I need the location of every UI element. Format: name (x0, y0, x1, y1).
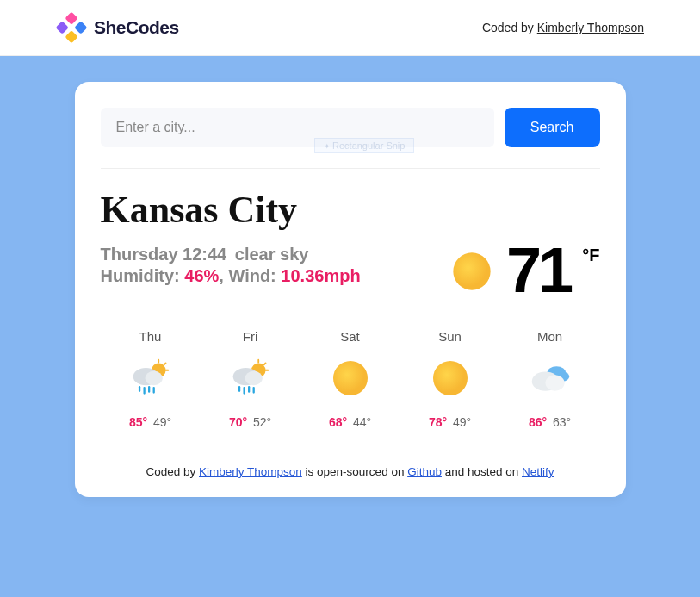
divider (101, 168, 600, 169)
github-link[interactable]: Github (407, 465, 442, 478)
svg-rect-3 (65, 30, 77, 43)
svg-point-20 (245, 371, 262, 386)
forecast-temps: 86° 63° (500, 414, 600, 430)
forecast-icon (500, 358, 600, 399)
day-time: Thursday 12:44 (101, 245, 227, 264)
forecast-day: Thu85° 49° (101, 329, 201, 430)
top-bar: SheCodes Coded by Kimberly Thompson (0, 0, 700, 56)
forecast-day-name: Mon (500, 329, 600, 344)
svg-rect-1 (56, 21, 69, 34)
forecast-day-name: Sat (300, 329, 400, 344)
current-weather: Thursday 12:44 clear sky Humidity: 46%, … (101, 244, 600, 298)
forecast-icon (201, 358, 300, 399)
netlify-link[interactable]: Netlify (522, 465, 554, 478)
forecast-high: 78° (429, 415, 447, 429)
header-credit: Coded by Kimberly Thompson (482, 21, 644, 34)
forecast-day-name: Fri (201, 329, 300, 344)
svg-point-10 (145, 371, 162, 386)
forecast-icon (300, 358, 400, 399)
wind-label: , Wind: (219, 266, 281, 285)
forecast-temps: 85° 49° (101, 414, 201, 430)
forecast-icon (400, 358, 500, 399)
forecast-high: 86° (529, 415, 547, 429)
forecast-day: Sat68° 44° (300, 329, 400, 430)
footer-author-link[interactable]: Kimberly Thompson (199, 465, 302, 478)
brand: SheCodes (56, 12, 179, 43)
svg-point-26 (433, 361, 468, 395)
forecast-temps: 70° 52° (201, 414, 300, 430)
svg-point-30 (545, 375, 564, 390)
forecast-low: 44° (350, 415, 371, 429)
humidity-value: 46% (184, 266, 219, 285)
footer-divider (101, 451, 600, 451)
svg-point-4 (453, 252, 490, 289)
svg-line-18 (263, 363, 265, 364)
page-background: Search Rectangular Snip Kansas City Thur… (0, 56, 700, 597)
svg-rect-2 (74, 21, 87, 34)
city-name: Kansas City (101, 188, 600, 232)
search-button[interactable]: Search (505, 108, 600, 147)
wind-value: 10.36mph (281, 266, 360, 285)
forecast-low: 63° (549, 415, 571, 429)
shecodes-logo-icon (56, 12, 87, 43)
temperature-value: 71 (506, 244, 570, 298)
forecast-day: Sun78° 49° (400, 329, 500, 430)
forecast-high: 70° (229, 415, 247, 429)
forecast-temps: 68° 44° (300, 414, 400, 430)
current-weather-icon (449, 249, 494, 294)
svg-point-25 (333, 361, 368, 395)
forecast-low: 52° (250, 415, 271, 429)
forecast-day-name: Sun (400, 329, 500, 344)
footer-credit: Coded by Kimberly Thompson is open-sourc… (101, 465, 600, 478)
temperature-block: 71 °F (449, 244, 600, 298)
forecast-high: 68° (329, 415, 347, 429)
weather-card: Search Rectangular Snip Kansas City Thur… (75, 82, 626, 497)
condition: clear sky (235, 245, 309, 264)
forecast-row: Thu85° 49°Fri70° 52°Sat68° 44°Sun78° 49°… (101, 329, 600, 430)
forecast-low: 49° (449, 415, 471, 429)
header-author-link[interactable]: Kimberly Thompson (537, 21, 644, 34)
temperature-unit: °F (582, 246, 599, 265)
search-form: Search Rectangular Snip (101, 108, 600, 147)
svg-line-8 (164, 363, 165, 364)
city-input[interactable] (101, 108, 494, 147)
svg-rect-0 (65, 12, 77, 25)
humidity-label: Humidity: (101, 266, 185, 285)
brand-name: SheCodes (94, 17, 179, 38)
weather-details: Thursday 12:44 clear sky Humidity: 46%, … (101, 244, 361, 287)
forecast-temps: 78° 49° (400, 414, 500, 430)
forecast-icon (101, 358, 201, 399)
forecast-day: Fri70° 52° (201, 329, 300, 430)
forecast-high: 85° (129, 415, 147, 429)
forecast-low: 49° (150, 415, 171, 429)
forecast-day: Mon86° 63° (500, 329, 600, 430)
forecast-day-name: Thu (101, 329, 201, 344)
